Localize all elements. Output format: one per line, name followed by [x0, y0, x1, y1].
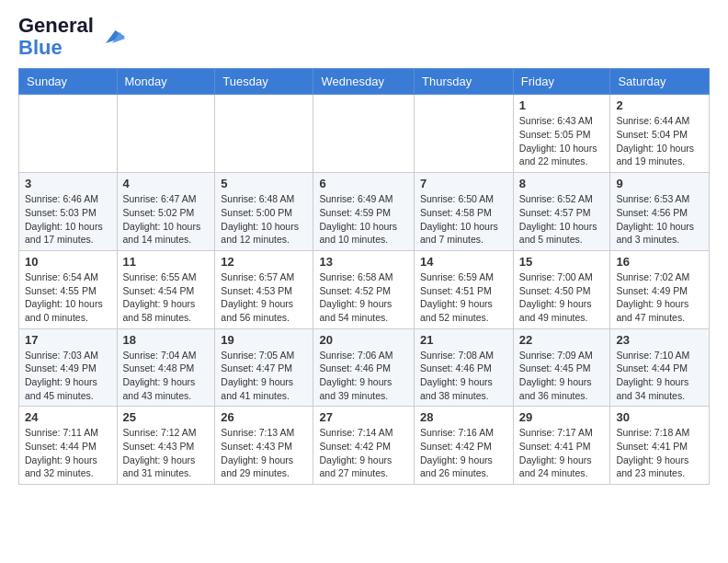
- day-info: Sunrise: 7:16 AM Sunset: 4:42 PM Dayligh…: [420, 426, 507, 480]
- day-number: 4: [123, 177, 210, 190]
- calendar-cell: 28Sunrise: 7:16 AM Sunset: 4:42 PM Dayli…: [415, 407, 514, 485]
- calendar-cell: 19Sunrise: 7:05 AM Sunset: 4:47 PM Dayli…: [215, 328, 313, 407]
- day-number: 8: [519, 177, 605, 190]
- calendar-cell: 11Sunrise: 6:55 AM Sunset: 4:54 PM Dayli…: [117, 250, 215, 328]
- calendar-cell: 17Sunrise: 7:03 AM Sunset: 4:49 PM Dayli…: [19, 328, 118, 407]
- day-number: 15: [519, 255, 605, 269]
- calendar-cell: 6Sunrise: 6:49 AM Sunset: 4:59 PM Daylig…: [313, 173, 415, 251]
- day-number: 3: [25, 177, 111, 190]
- day-number: 27: [319, 410, 408, 424]
- day-info: Sunrise: 6:43 AM Sunset: 5:05 PM Dayligh…: [519, 114, 605, 168]
- calendar-cell: 24Sunrise: 7:11 AM Sunset: 4:44 PM Dayli…: [19, 407, 118, 485]
- day-number: 18: [123, 333, 210, 347]
- day-info: Sunrise: 7:13 AM Sunset: 4:43 PM Dayligh…: [221, 426, 307, 480]
- calendar-cell: 15Sunrise: 7:00 AM Sunset: 4:50 PM Dayli…: [513, 250, 610, 328]
- calendar-cell: 23Sunrise: 7:10 AM Sunset: 4:44 PM Dayli…: [610, 328, 710, 407]
- day-info: Sunrise: 7:03 AM Sunset: 4:49 PM Dayligh…: [25, 349, 111, 403]
- col-header-sunday: Sunday: [19, 69, 118, 95]
- day-number: 28: [420, 410, 507, 424]
- day-number: 23: [616, 333, 703, 347]
- calendar-cell: 22Sunrise: 7:09 AM Sunset: 4:45 PM Dayli…: [513, 328, 610, 407]
- day-number: 2: [616, 98, 703, 112]
- calendar-week-1: 1Sunrise: 6:43 AM Sunset: 5:05 PM Daylig…: [19, 95, 710, 173]
- day-number: 6: [319, 177, 408, 190]
- calendar-header-row: SundayMondayTuesdayWednesdayThursdayFrid…: [19, 69, 710, 95]
- day-number: 10: [25, 255, 111, 269]
- calendar-week-4: 17Sunrise: 7:03 AM Sunset: 4:49 PM Dayli…: [19, 328, 710, 407]
- day-info: Sunrise: 7:14 AM Sunset: 4:42 PM Dayligh…: [319, 426, 408, 480]
- calendar-cell: 25Sunrise: 7:12 AM Sunset: 4:43 PM Dayli…: [117, 407, 215, 485]
- day-info: Sunrise: 7:18 AM Sunset: 4:41 PM Dayligh…: [616, 426, 703, 480]
- header: GeneralBlue: [18, 15, 710, 59]
- page: GeneralBlue SundayMondayTuesdayWednesday…: [0, 0, 728, 500]
- day-info: Sunrise: 6:47 AM Sunset: 5:02 PM Dayligh…: [123, 192, 210, 247]
- day-number: 11: [123, 255, 210, 269]
- day-number: 20: [319, 333, 408, 347]
- day-info: Sunrise: 7:17 AM Sunset: 4:41 PM Dayligh…: [519, 426, 605, 480]
- day-number: 17: [25, 333, 111, 347]
- day-number: 24: [25, 410, 111, 424]
- day-number: 14: [420, 255, 507, 269]
- calendar-week-3: 10Sunrise: 6:54 AM Sunset: 4:55 PM Dayli…: [19, 250, 710, 328]
- day-number: 19: [221, 333, 307, 347]
- calendar-cell: 8Sunrise: 6:52 AM Sunset: 4:57 PM Daylig…: [513, 173, 610, 251]
- day-info: Sunrise: 7:12 AM Sunset: 4:43 PM Dayligh…: [123, 426, 210, 480]
- day-number: 16: [616, 255, 703, 269]
- day-number: 9: [616, 177, 703, 190]
- day-info: Sunrise: 6:54 AM Sunset: 4:55 PM Dayligh…: [25, 270, 111, 325]
- day-info: Sunrise: 7:02 AM Sunset: 4:49 PM Dayligh…: [616, 270, 703, 325]
- calendar-cell: 9Sunrise: 6:53 AM Sunset: 4:56 PM Daylig…: [610, 173, 710, 251]
- day-number: 21: [420, 333, 507, 347]
- calendar-cell: [415, 95, 514, 173]
- day-number: 26: [221, 410, 307, 424]
- calendar-cell: 16Sunrise: 7:02 AM Sunset: 4:49 PM Dayli…: [610, 250, 710, 328]
- logo-icon: [99, 24, 125, 50]
- calendar-cell: 3Sunrise: 6:46 AM Sunset: 5:03 PM Daylig…: [19, 173, 118, 251]
- calendar-cell: 30Sunrise: 7:18 AM Sunset: 4:41 PM Dayli…: [610, 407, 710, 485]
- day-info: Sunrise: 7:11 AM Sunset: 4:44 PM Dayligh…: [25, 426, 111, 480]
- calendar-week-5: 24Sunrise: 7:11 AM Sunset: 4:44 PM Dayli…: [19, 407, 710, 485]
- day-number: 12: [221, 255, 307, 269]
- calendar-cell: 13Sunrise: 6:58 AM Sunset: 4:52 PM Dayli…: [313, 250, 415, 328]
- calendar-cell: 1Sunrise: 6:43 AM Sunset: 5:05 PM Daylig…: [513, 95, 610, 173]
- calendar-cell: 7Sunrise: 6:50 AM Sunset: 4:58 PM Daylig…: [415, 173, 514, 251]
- day-info: Sunrise: 6:49 AM Sunset: 4:59 PM Dayligh…: [319, 192, 408, 247]
- col-header-thursday: Thursday: [415, 69, 514, 95]
- day-info: Sunrise: 6:57 AM Sunset: 4:53 PM Dayligh…: [221, 270, 307, 325]
- col-header-wednesday: Wednesday: [313, 69, 415, 95]
- calendar-cell: [19, 95, 118, 173]
- calendar-cell: 14Sunrise: 6:59 AM Sunset: 4:51 PM Dayli…: [415, 250, 514, 328]
- calendar-cell: 29Sunrise: 7:17 AM Sunset: 4:41 PM Dayli…: [513, 407, 610, 485]
- day-number: 5: [221, 177, 307, 190]
- day-info: Sunrise: 6:46 AM Sunset: 5:03 PM Dayligh…: [25, 192, 111, 247]
- col-header-tuesday: Tuesday: [215, 69, 313, 95]
- day-info: Sunrise: 7:00 AM Sunset: 4:50 PM Dayligh…: [519, 270, 605, 325]
- col-header-friday: Friday: [513, 69, 610, 95]
- day-number: 29: [519, 410, 605, 424]
- day-info: Sunrise: 7:09 AM Sunset: 4:45 PM Dayligh…: [519, 349, 605, 403]
- day-info: Sunrise: 6:53 AM Sunset: 4:56 PM Dayligh…: [616, 192, 703, 247]
- calendar-cell: 18Sunrise: 7:04 AM Sunset: 4:48 PM Dayli…: [117, 328, 215, 407]
- day-info: Sunrise: 7:04 AM Sunset: 4:48 PM Dayligh…: [123, 349, 210, 403]
- calendar-cell: 5Sunrise: 6:48 AM Sunset: 5:00 PM Daylig…: [215, 173, 313, 251]
- day-number: 30: [616, 410, 703, 424]
- day-number: 25: [123, 410, 210, 424]
- calendar-cell: [313, 95, 415, 173]
- col-header-saturday: Saturday: [610, 69, 710, 95]
- day-number: 7: [420, 177, 507, 190]
- day-info: Sunrise: 7:06 AM Sunset: 4:46 PM Dayligh…: [319, 349, 408, 403]
- calendar-cell: 2Sunrise: 6:44 AM Sunset: 5:04 PM Daylig…: [610, 95, 710, 173]
- logo: GeneralBlue: [18, 15, 125, 59]
- day-info: Sunrise: 7:10 AM Sunset: 4:44 PM Dayligh…: [616, 349, 703, 403]
- day-info: Sunrise: 6:55 AM Sunset: 4:54 PM Dayligh…: [123, 270, 210, 325]
- calendar-cell: [117, 95, 215, 173]
- day-info: Sunrise: 6:58 AM Sunset: 4:52 PM Dayligh…: [319, 270, 408, 325]
- day-info: Sunrise: 7:08 AM Sunset: 4:46 PM Dayligh…: [420, 349, 507, 403]
- calendar-cell: 26Sunrise: 7:13 AM Sunset: 4:43 PM Dayli…: [215, 407, 313, 485]
- day-number: 22: [519, 333, 605, 347]
- logo-text: GeneralBlue: [18, 15, 94, 59]
- calendar-cell: 27Sunrise: 7:14 AM Sunset: 4:42 PM Dayli…: [313, 407, 415, 485]
- calendar-cell: 21Sunrise: 7:08 AM Sunset: 4:46 PM Dayli…: [415, 328, 514, 407]
- calendar-cell: 10Sunrise: 6:54 AM Sunset: 4:55 PM Dayli…: [19, 250, 118, 328]
- day-number: 13: [319, 255, 408, 269]
